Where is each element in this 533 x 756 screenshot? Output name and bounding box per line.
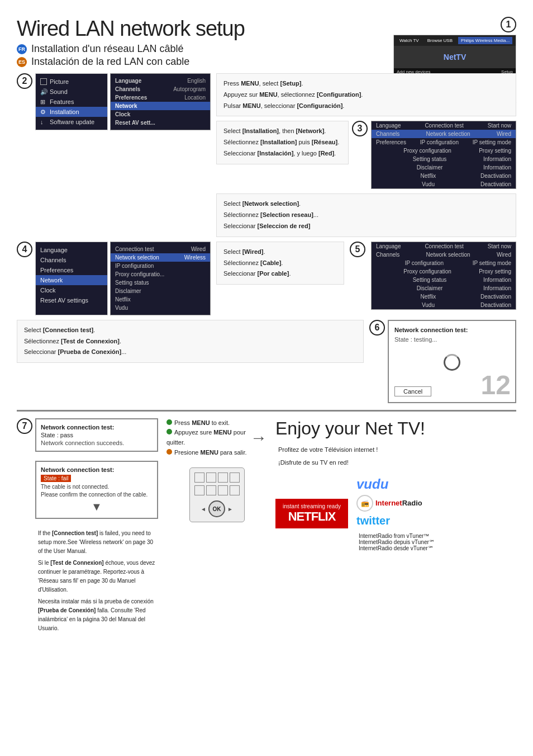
step2-area: 2 Picture 🔊 Sound ⊞: [17, 73, 211, 237]
sound-icon: 🔊: [40, 88, 47, 95]
twitter-logo: twitter: [356, 514, 435, 527]
ok-button[interactable]: OK: [208, 500, 225, 517]
s3-vudu: VuduDeactivation: [372, 180, 516, 188]
nettv-logo: NetTV: [444, 53, 466, 62]
instr-es-3: Seleccionar [Instalación], y luego [Red]…: [223, 148, 341, 159]
instr-fr-4w: Sélectionnez [Cable].: [223, 258, 337, 269]
nav-instructions: Press MENU to exit. Appuyez sure MENU po…: [166, 418, 248, 457]
step7-number: 7: [17, 418, 32, 434]
step3-instructions: Select [Installation], then [Network]. S…: [216, 121, 349, 164]
instr-es-5: Seleccionar [Prueba de Conexión]...: [24, 347, 356, 358]
s4-network[interactable]: Network: [36, 275, 107, 285]
fail-note2: Please confirm the connection of the cab…: [41, 492, 153, 498]
lang-es-text: Instalación de la red LAN con cable: [31, 56, 189, 68]
fail-note1: The cable is not connected.: [41, 484, 153, 490]
step4-left-menu: Language Channels Preferences Network Cl…: [35, 242, 108, 315]
instr-es-4w: Seleccionar [Por cable].: [223, 268, 337, 280]
tv-bar-watch[interactable]: Watch TV: [397, 37, 422, 44]
s4-proxy: Proxy configuratio...: [111, 270, 210, 278]
enjoy-title: Enjoy your Net TV!: [275, 418, 516, 439]
sub-language: LanguageEnglish: [111, 77, 210, 85]
s5-vudu: VuduDeactivation: [372, 301, 516, 309]
menu-features: ⊞ Features: [36, 97, 107, 107]
step5-number: 5: [350, 242, 365, 257]
remote-btn-2: [206, 472, 216, 483]
instr-es-4net: Seleccionar [Seleccion de red]: [223, 221, 509, 232]
enjoy-sub-fr: Profitez de votre Télévision internet !: [278, 446, 378, 453]
bullet-fr: Si le [Test de Connexion] échoue, vous d…: [35, 559, 158, 594]
es-badge: ES: [17, 57, 27, 67]
instr-fr-5: Sélectionnez [Test de Connexion].: [24, 336, 356, 347]
loading-spinner: [444, 354, 460, 371]
features-icon: ⊞: [40, 98, 47, 105]
tv-bar-browse[interactable]: Browse USB: [425, 37, 455, 44]
s4-preferences: Preferences: [36, 265, 107, 275]
remote-btn-1: [194, 472, 204, 483]
cancel-button[interactable]: Cancel: [394, 386, 431, 396]
instr-en-4w: Select [Wired].: [223, 247, 337, 258]
instr-fr-3: Sélectionnez [Installation] puis [Réseau…: [223, 137, 341, 148]
sub-network[interactable]: Network: [111, 102, 210, 110]
bullet-es-text: Necesita instalar más si la prueba de co…: [38, 597, 158, 633]
s3-disclaimer: DisclaimerInformation: [372, 163, 516, 172]
s3-language: LanguageConnection testStart now: [372, 121, 516, 130]
radio-circle-icon: 📻: [356, 495, 373, 512]
pass-state: State : pass: [41, 432, 153, 438]
netflix-label: instant streaming ready: [282, 503, 341, 509]
tv-bar-philips[interactable]: Philips Wireless Media...: [458, 37, 512, 44]
internet-radio-label: InternetRadio: [375, 499, 422, 507]
s4-vudu: Vudu: [111, 304, 210, 312]
menu-installation-label: Installation: [50, 108, 79, 115]
failure-bullets: If the [Connection test] is failed, you …: [35, 529, 158, 636]
menu-features-label: Features: [50, 98, 74, 105]
enjoy-sub-es: ¡Disfrute de su TV en red!: [278, 459, 349, 466]
s4-setting: Setting status: [111, 278, 210, 287]
step4-wired-instr: Select [Wired]. Sélectionnez [Cable]. Se…: [216, 242, 344, 285]
fail-state-badge: State : fail: [41, 475, 71, 482]
s5-setting: Setting statusInformation: [372, 276, 516, 284]
step4-network-instr: Select [Network selection]. Sélectionnez…: [216, 193, 516, 237]
sub-clock: Clock: [111, 110, 210, 119]
step2-left-menu: Picture 🔊 Sound ⊞ Features ⚙ Installa: [35, 73, 108, 130]
radio-bullet-es: InternetRadio desde vTuner℠: [356, 545, 435, 551]
internet-radio-bullets: InternetRadio from vTuner™ InternetRadio…: [356, 533, 435, 551]
s3-setting: Setting statusInformation: [372, 155, 516, 163]
nav-fr: Appuyez sure MENU pour quitter.: [166, 428, 248, 447]
s4-net-sel[interactable]: Network selectionWireless: [111, 253, 210, 262]
instr-en-5: Select [Connection test].: [24, 325, 356, 336]
installation-icon: ⚙: [40, 108, 47, 115]
s3-proxy: Proxy configurationProxy setting: [372, 147, 516, 155]
bullet-es: Necesita instalar más si la prueba de co…: [35, 597, 158, 633]
menu-installation[interactable]: ⚙ Installation: [36, 107, 107, 117]
section-divider: [17, 410, 516, 412]
instr-en-2: Press MENU, select [Setup].: [223, 78, 509, 89]
remote-btn-5: [194, 485, 204, 495]
sub-preferences: PreferencesLocation: [111, 93, 210, 102]
software-icon: ↓: [40, 119, 47, 125]
step4-area: 4 Language Channels Preferences Network …: [17, 242, 211, 315]
step2-instructions: Press MENU, select [Setup]. Appuyez sur …: [216, 73, 516, 116]
s5-language: LanguageConnection testStart now: [372, 242, 516, 251]
remote-btn-3: [218, 472, 228, 483]
step1-number: 1: [501, 17, 516, 32]
bullet-en-text: If the [Connection test] is failed, you …: [38, 529, 158, 556]
remote-btn-4: [230, 472, 240, 483]
vudu-logo: vudu: [356, 476, 435, 492]
s4-netflix: Netflix: [111, 295, 210, 304]
s5-channels: ChannelsNetwork selectionWired: [372, 251, 516, 259]
s5-netflix: NetflixDeactivation: [372, 292, 516, 301]
menu-sound-label: Sound: [50, 88, 68, 95]
right-arrow-icon: →: [250, 428, 267, 447]
pass-title: Network connection test:: [41, 424, 153, 431]
s4-ip-config: IP configuration: [111, 262, 210, 270]
instr-es-2: Pulsar MENU, seleccionar [Configuración]…: [223, 101, 509, 112]
down-arrow-icon: ▼: [41, 500, 153, 513]
s4-clock: Clock: [36, 285, 107, 295]
menu-picture-label: Picture: [50, 78, 69, 85]
s5-ip: IP configurationIP setting mode: [372, 259, 516, 267]
step6-big-number: 12: [481, 370, 511, 400]
step7-pass-panel: Network connection test: State : pass Ne…: [35, 418, 158, 452]
radio-bullet-en-text: InternetRadio from vTuner™: [359, 533, 429, 539]
menu-software: ↓ Software update: [36, 117, 107, 127]
s3-channels[interactable]: ChannelsNetwork selectionWired: [372, 130, 516, 138]
